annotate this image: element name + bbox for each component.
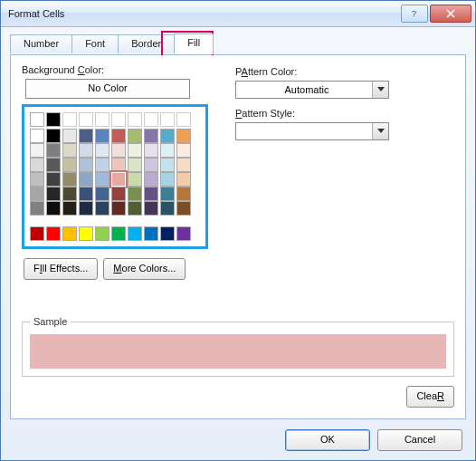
close-button[interactable]: [430, 5, 471, 23]
swatch[interactable]: [95, 226, 109, 241]
swatch[interactable]: [46, 226, 61, 241]
swatch[interactable]: [176, 129, 191, 143]
cancel-button[interactable]: Cancel: [377, 429, 462, 451]
swatch[interactable]: [160, 129, 175, 143]
swatch[interactable]: [30, 187, 44, 201]
swatch[interactable]: [144, 226, 158, 241]
swatch[interactable]: [176, 143, 191, 158]
swatch[interactable]: [160, 172, 175, 187]
swatch[interactable]: [144, 143, 158, 158]
swatch[interactable]: [111, 172, 126, 187]
swatch[interactable]: [128, 187, 142, 201]
pattern-color-combo[interactable]: Automatic: [235, 81, 389, 99]
tab-number[interactable]: Number: [10, 34, 72, 53]
help-button[interactable]: ?: [401, 5, 428, 23]
swatch[interactable]: [62, 129, 77, 143]
swatch[interactable]: [30, 143, 44, 158]
swatch-empty: [95, 112, 109, 127]
swatch-empty: [111, 112, 126, 127]
swatch[interactable]: [128, 143, 142, 158]
swatch[interactable]: [160, 187, 175, 201]
tab-fill[interactable]: Fill: [174, 34, 214, 54]
swatch[interactable]: [128, 158, 142, 172]
swatch[interactable]: [128, 201, 142, 216]
swatch[interactable]: [30, 158, 44, 172]
tab-border[interactable]: Border: [118, 34, 175, 53]
swatch[interactable]: [95, 187, 109, 201]
swatch[interactable]: [46, 201, 61, 216]
swatch-empty: [160, 112, 175, 127]
swatch[interactable]: [111, 143, 126, 158]
chevron-down-icon: [372, 123, 388, 139]
sample-group: Sample: [22, 316, 454, 377]
swatch[interactable]: [128, 172, 142, 187]
swatch[interactable]: [144, 172, 158, 187]
swatch[interactable]: [62, 187, 77, 201]
swatch[interactable]: [176, 187, 191, 201]
swatch[interactable]: [95, 143, 109, 158]
palette-row: [30, 129, 200, 143]
clear-hotkey: R: [437, 390, 444, 401]
sample-preview: [30, 334, 446, 369]
swatch[interactable]: [46, 129, 61, 143]
swatch[interactable]: [144, 158, 158, 172]
swatch[interactable]: [46, 112, 61, 127]
swatch[interactable]: [95, 158, 109, 172]
swatch[interactable]: [111, 129, 126, 143]
swatch[interactable]: [128, 129, 142, 143]
clear-button[interactable]: CleaR: [406, 386, 454, 408]
no-color-button[interactable]: No Color: [25, 79, 190, 99]
pattern-style-combo[interactable]: [235, 122, 389, 140]
swatch[interactable]: [79, 129, 93, 143]
swatch[interactable]: [30, 112, 44, 127]
swatch[interactable]: [79, 187, 93, 201]
swatch[interactable]: [30, 201, 44, 216]
swatch[interactable]: [79, 226, 93, 241]
swatch-empty: [144, 112, 158, 127]
swatch[interactable]: [176, 226, 191, 241]
background-color-label: Background Color:: [22, 64, 208, 75]
swatch[interactable]: [176, 201, 191, 216]
palette-row: [30, 158, 200, 172]
swatch[interactable]: [144, 187, 158, 201]
swatch[interactable]: [79, 172, 93, 187]
fill-effects-hotkey: I: [40, 263, 43, 274]
swatch[interactable]: [160, 143, 175, 158]
swatch[interactable]: [144, 129, 158, 143]
swatch[interactable]: [62, 201, 77, 216]
swatch[interactable]: [79, 158, 93, 172]
tab-font[interactable]: Font: [71, 34, 119, 53]
swatch[interactable]: [62, 143, 77, 158]
more-colors-hotkey: M: [113, 263, 121, 274]
swatch[interactable]: [46, 143, 61, 158]
swatch[interactable]: [62, 158, 77, 172]
swatch[interactable]: [160, 226, 175, 241]
swatch[interactable]: [176, 172, 191, 187]
swatch[interactable]: [30, 172, 44, 187]
swatch[interactable]: [95, 201, 109, 216]
ok-button[interactable]: OK: [285, 429, 370, 451]
swatch[interactable]: [176, 158, 191, 172]
swatch[interactable]: [62, 172, 77, 187]
swatch[interactable]: [95, 172, 109, 187]
swatch[interactable]: [79, 201, 93, 216]
swatch[interactable]: [111, 158, 126, 172]
swatch[interactable]: [111, 187, 126, 201]
swatch[interactable]: [144, 201, 158, 216]
swatch[interactable]: [62, 226, 77, 241]
swatch[interactable]: [30, 129, 44, 143]
swatch[interactable]: [111, 201, 126, 216]
swatch[interactable]: [128, 226, 142, 241]
swatch[interactable]: [46, 172, 61, 187]
swatch[interactable]: [30, 226, 44, 241]
dialog-body: Number Font Border Fill Background Color…: [1, 27, 475, 428]
swatch[interactable]: [46, 187, 61, 201]
swatch[interactable]: [95, 129, 109, 143]
swatch[interactable]: [111, 226, 126, 241]
fill-effects-button[interactable]: FIll Effects...: [24, 258, 98, 280]
swatch[interactable]: [79, 143, 93, 158]
swatch[interactable]: [160, 158, 175, 172]
swatch[interactable]: [46, 158, 61, 172]
swatch[interactable]: [160, 201, 175, 216]
more-colors-button[interactable]: More Colors...: [103, 258, 186, 280]
